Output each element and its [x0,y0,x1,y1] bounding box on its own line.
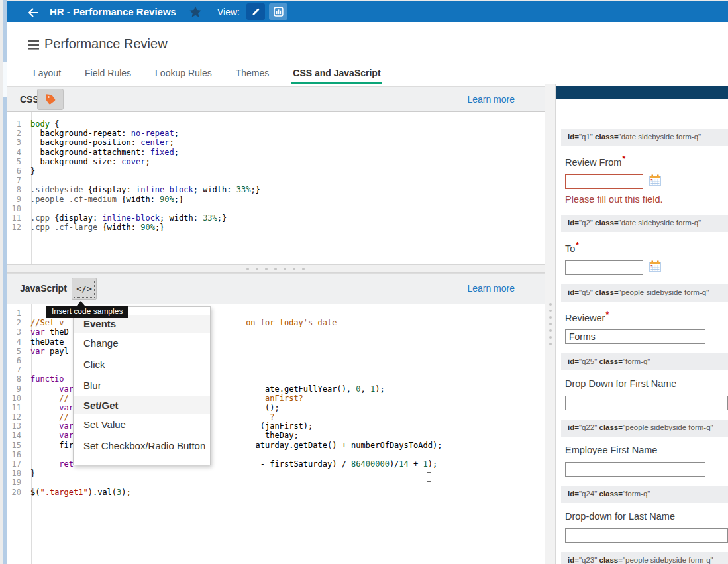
tab-field-rules[interactable]: Field Rules [83,65,132,84]
top-navigation-bar: HR - Performance Reviews View: [7,0,728,22]
required-asterisk: * [576,241,579,250]
css-learn-more-link[interactable]: Learn more [467,94,515,105]
line-number: 2 [7,129,26,138]
code-line: 10 [7,204,545,213]
form-field-block: id="q24" class="form-q"Drop-down for Las… [556,486,728,543]
horizontal-splitter[interactable] [7,264,545,273]
line-number: 4 [7,337,26,347]
line-number: 9 [7,195,26,204]
menu-item-set-value[interactable]: Set Value [74,414,210,435]
field-error-message: Please fill out this field. [565,193,728,206]
app-window: HR - Performance Reviews View: Performan… [0,0,728,564]
text-input[interactable] [565,329,705,344]
code-line: 11.cpp {display: inline-block; width: 33… [7,213,545,223]
form-field-block: id="q25" class="form-q"Drop Down for Fir… [556,353,728,411]
field-label: Employee First Name [565,443,728,457]
left-scrollbar[interactable] [0,0,7,564]
edit-view-button[interactable] [246,3,265,20]
field-input-row [565,528,728,543]
date-input[interactable] [565,174,643,189]
js-learn-more-link[interactable]: Learn more [467,283,515,294]
favorite-star-icon[interactable] [189,5,202,19]
field-id-bar: id="q2" class="date sidebyside form-q" [561,215,728,232]
bar-chart-icon [274,7,284,17]
field-id-bar: id="q1" class="date sidebyside form-q" [561,129,728,146]
process-title: HR - Performance Reviews [50,6,176,17]
form-field-block: id="q22" class="people sidebyside form-q… [556,420,728,477]
line-number: 15 [7,441,26,450]
line-number: 12 [7,412,26,422]
line-number: 14 [7,431,26,440]
css-code-editor[interactable]: 1body {2 background-repeat: no-repeat;3 … [7,111,545,264]
line-number: 6 [7,356,26,365]
field-input-row [565,260,728,276]
back-arrow-icon[interactable] [26,6,40,19]
line-number: 11 [7,403,26,412]
field-input-row [565,461,728,477]
code-line: 12.cpp .cf-large {width: 90%;} [7,223,545,232]
field-id-bar: id="q23" class="people sidebyside form-q… [561,552,728,564]
insert-code-samples-tooltip: Insert code samples [46,306,128,318]
js-section-header: JavaScript </> Learn more [7,273,545,304]
menu-icon[interactable] [28,40,39,50]
calendar-icon[interactable] [649,174,662,190]
text-input[interactable] [565,462,705,477]
calendar-icon[interactable] [649,260,662,276]
pencil-icon [251,7,261,17]
form-field-block: id="q23" class="people sidebyside form-q… [556,552,728,564]
tag-icon [43,92,58,107]
line-number: 3 [7,327,26,337]
tooltip-text: Insert code samples [52,307,123,316]
menu-item-click[interactable]: Click [74,354,210,375]
tab-layout[interactable]: Layout [32,65,62,84]
css-themes-tag-button[interactable] [37,89,64,110]
line-number: 9 [7,384,26,394]
form-preview-panel: id="q1" class="date sidebyside form-q"Re… [556,84,728,564]
code-line: 4 background-attachment: fixed; [7,148,545,157]
menu-item-change[interactable]: Change [74,333,210,354]
field-input-row [565,395,728,411]
css-section-header: CSS Learn more [7,86,545,111]
code-line: 7 [7,176,545,185]
form-field-block: id="q2" class="date sidebyside form-q"To… [556,215,728,276]
field-input-row [565,329,728,345]
form-editor-tabs: LayoutField RulesLookup RulesThemesCSS a… [7,65,550,84]
date-input[interactable] [565,260,643,275]
field-label: Review From* [565,152,728,169]
text-input[interactable] [565,396,728,410]
code-line: 5 background-size: cover; [7,157,545,166]
line-number: 17 [7,459,26,469]
line-number: 3 [7,138,26,147]
required-asterisk: * [605,310,609,319]
field-id-bar: id="q25" class="form-q" [561,353,728,370]
line-number: 5 [7,157,26,166]
line-number: 12 [7,223,26,232]
text-input[interactable] [565,528,728,543]
preview-header-band [556,86,728,99]
menu-item-set-checkbox-radio-button[interactable]: Set Checkbox/Radio Button [74,435,210,457]
field-label: Drop-down for Last Name [565,510,728,523]
line-number: 4 [7,148,26,157]
css-section-title: CSS [20,94,39,105]
vertical-splitter[interactable] [545,84,556,564]
line-number: 7 [7,365,26,374]
tab-themes[interactable]: Themes [234,65,271,84]
analytics-view-button[interactable] [269,3,287,20]
field-label: To* [565,239,728,255]
menu-item-blur[interactable]: Blur [74,375,210,396]
line-number: 11 [7,213,26,223]
insert-code-samples-button[interactable]: </> [72,278,97,300]
menu-section-header: Set/Get [74,396,210,414]
line-number: 10 [7,204,26,213]
line-number: 8 [7,185,26,194]
view-label: View: [217,7,240,17]
line-number: 19 [7,478,26,487]
page-title: Performance Review [44,36,168,52]
tab-lookup-rules[interactable]: Lookup Rules [154,65,213,84]
field-id-bar: id="q22" class="people sidebyside form-q… [561,420,728,437]
code-line: 6} [7,166,545,176]
text-cursor [426,471,432,481]
field-label: Drop Down for First Name [565,377,728,390]
tab-css-and-javascript[interactable]: CSS and JavaScript [291,65,382,84]
code-line: 20$(".target1").val(3); [7,488,545,497]
